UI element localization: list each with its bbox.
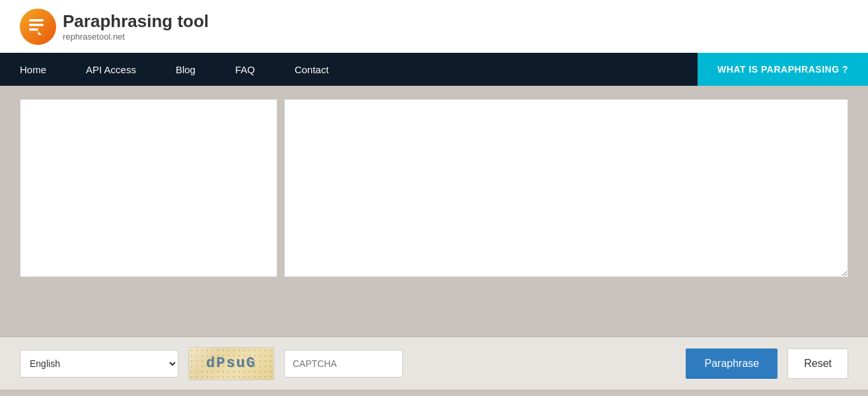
svg-rect-2 <box>29 24 44 26</box>
paraphrase-button[interactable]: Paraphrase <box>686 348 778 379</box>
reset-button[interactable]: Reset <box>787 348 848 379</box>
nav-api-access[interactable]: API Access <box>66 53 156 86</box>
logo-icon <box>20 9 56 45</box>
input-textarea[interactable] <box>20 99 277 277</box>
captcha-input[interactable] <box>284 350 403 378</box>
text-areas-container <box>20 99 848 277</box>
logo-title: Paraphrasing tool <box>63 11 209 32</box>
nav-home[interactable]: Home <box>0 53 66 86</box>
logo-subtitle: rephrasetool.net <box>63 32 209 42</box>
nav-items: Home API Access Blog FAQ Contact <box>0 53 698 86</box>
logo-container: Paraphrasing tool rephrasetool.net <box>20 9 209 45</box>
nav-cta-button[interactable]: WHAT IS PARAPHRASING ? <box>698 53 868 86</box>
navbar: Home API Access Blog FAQ Contact WHAT IS… <box>0 53 868 86</box>
svg-rect-3 <box>29 28 38 31</box>
captcha-text: dPsuG <box>206 355 257 372</box>
svg-point-0 <box>20 9 56 45</box>
main-content <box>0 86 868 337</box>
logo-text: Paraphrasing tool rephrasetool.net <box>63 11 209 42</box>
captcha-image: dPsuG <box>188 347 274 380</box>
bottom-controls: English Spanish French German Italian Po… <box>0 337 868 389</box>
svg-rect-1 <box>29 19 44 22</box>
header: Paraphrasing tool rephrasetool.net <box>0 0 868 53</box>
nav-contact[interactable]: Contact <box>275 53 349 86</box>
nav-blog[interactable]: Blog <box>156 53 215 86</box>
nav-faq[interactable]: FAQ <box>215 53 275 86</box>
output-textarea[interactable] <box>284 99 848 277</box>
language-select[interactable]: English Spanish French German Italian Po… <box>20 350 178 378</box>
